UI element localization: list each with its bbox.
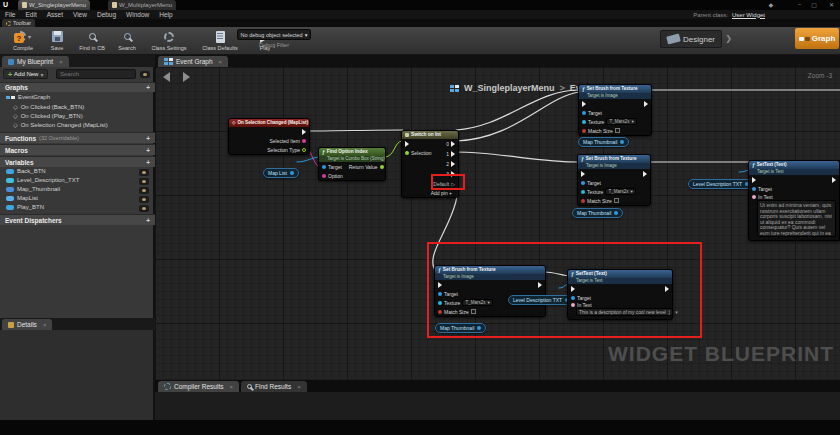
event-graph-tab[interactable]: Event Graph × bbox=[158, 56, 228, 67]
menu-asset[interactable]: Asset bbox=[47, 11, 63, 18]
variable-visibility-toggle[interactable] bbox=[139, 187, 149, 194]
in-text-pin[interactable] bbox=[752, 195, 756, 199]
selection-type-pin[interactable] bbox=[302, 148, 306, 152]
eventgraph-item[interactable]: EventGraph bbox=[6, 94, 50, 100]
menu-window[interactable]: Window bbox=[126, 11, 149, 18]
exec-out-pin[interactable] bbox=[302, 129, 306, 135]
node-find-option-index[interactable]: ƒ Find Option Index Target is Combo Box … bbox=[318, 147, 386, 181]
output-pin[interactable] bbox=[614, 211, 618, 215]
close-icon[interactable]: × bbox=[230, 384, 234, 390]
menu-file[interactable]: File bbox=[5, 11, 15, 18]
search-button[interactable]: Search bbox=[112, 29, 142, 51]
in-text-value[interactable]: Ut enim ad minima veniam, quis nostrum e… bbox=[757, 200, 836, 237]
variables-section-header[interactable]: Variables + bbox=[0, 156, 155, 167]
designer-mode-button[interactable]: Designer bbox=[660, 30, 722, 48]
exec-in-pin[interactable] bbox=[405, 141, 409, 147]
node-get-map-thumbnail-2[interactable]: Map Thumbnail bbox=[572, 208, 623, 218]
exec-out-pin[interactable] bbox=[643, 171, 647, 177]
node-set-brush-from-texture-2[interactable]: ƒ Set Brush from Texture Target is Image… bbox=[577, 154, 651, 206]
graphs-section-header[interactable]: Graphs + bbox=[0, 82, 155, 92]
target-pin[interactable] bbox=[322, 165, 326, 169]
texture-asset-picker[interactable]: T_Mars2x▾ bbox=[605, 188, 635, 195]
toolbar-tab[interactable]: Toolbar bbox=[2, 19, 35, 27]
breadcrumb-root[interactable]: W_SingleplayerMenu bbox=[464, 83, 555, 93]
exec-out-pin[interactable] bbox=[832, 177, 836, 183]
graph-mode-button[interactable]: Graph bbox=[795, 28, 839, 49]
close-button[interactable]: ✕ bbox=[829, 1, 835, 8]
class-settings-button[interactable]: Class Settings bbox=[146, 29, 192, 51]
nav-back-button[interactable] bbox=[163, 72, 170, 82]
match-size-pin[interactable] bbox=[581, 199, 585, 203]
nav-forward-button[interactable] bbox=[183, 72, 190, 82]
output-pin[interactable] bbox=[620, 140, 624, 144]
save-button[interactable]: Save bbox=[44, 29, 70, 51]
menu-edit[interactable]: Edit bbox=[25, 11, 36, 18]
variable-row[interactable]: Map_Thumbnail bbox=[6, 186, 60, 192]
app-tab-multiplayer[interactable]: W_MultiplayerMenu bbox=[108, 0, 176, 10]
event-item-onclicked-play[interactable]: ◇ On Clicked (Play_BTN) bbox=[13, 112, 83, 119]
debug-object-dropdown[interactable]: No debug object selected ▾ bbox=[237, 29, 311, 40]
exec-in-pin[interactable] bbox=[752, 177, 756, 183]
exec-out-1-pin[interactable] bbox=[451, 151, 455, 157]
add-pin-button[interactable]: Add pin + bbox=[431, 190, 452, 196]
texture-asset-picker[interactable]: T_Mars2x▾ bbox=[606, 118, 636, 125]
return-value-pin[interactable] bbox=[380, 165, 384, 169]
target-pin[interactable] bbox=[581, 181, 585, 185]
close-icon[interactable]: × bbox=[43, 322, 47, 328]
find-results-tab[interactable]: Find Results × bbox=[241, 381, 307, 392]
match-size-checkbox[interactable] bbox=[615, 128, 620, 133]
node-set-text-1[interactable]: ƒ SetText (Text) Target is Text Target I… bbox=[748, 160, 840, 241]
compile-button[interactable]: ? ▾ Compile bbox=[4, 29, 42, 51]
app-tab-singleplayer[interactable]: W_SingleplayerMenu bbox=[18, 0, 90, 10]
add-graph-button[interactable]: + bbox=[146, 84, 150, 91]
close-icon[interactable]: × bbox=[219, 59, 223, 65]
find-in-cb-button[interactable]: Find in CB bbox=[74, 29, 110, 51]
variable-row[interactable]: MapList bbox=[6, 195, 38, 201]
event-item-onselectionchanged[interactable]: ◇ On Selection Changed (MapList) bbox=[13, 121, 108, 128]
add-variable-button[interactable]: + bbox=[146, 159, 150, 166]
blueprint-search-input[interactable] bbox=[56, 69, 136, 79]
variable-row[interactable]: Back_BTN bbox=[6, 168, 46, 174]
variable-visibility-toggle[interactable] bbox=[139, 196, 149, 203]
node-get-map-thumbnail-1[interactable]: Map Thumbnail bbox=[578, 137, 629, 147]
option-pin[interactable] bbox=[322, 174, 326, 178]
texture-pin[interactable] bbox=[581, 190, 585, 194]
event-dispatchers-section-header[interactable]: Event Dispatchers + bbox=[0, 214, 155, 225]
node-get-map-list[interactable]: Map List bbox=[263, 168, 299, 178]
variable-row[interactable]: Play_BTN bbox=[6, 204, 44, 210]
parent-class-link[interactable]: User Widget bbox=[732, 12, 765, 18]
exec-out-pin[interactable] bbox=[644, 101, 648, 107]
selection-pin[interactable] bbox=[405, 151, 409, 155]
match-size-pin[interactable] bbox=[582, 129, 586, 133]
functions-section-header[interactable]: Functions (32 Overridable) + bbox=[0, 132, 155, 143]
target-pin[interactable] bbox=[752, 187, 756, 191]
add-macro-button[interactable]: + bbox=[146, 147, 150, 154]
selected-item-pin[interactable] bbox=[302, 139, 306, 143]
my-blueprint-tab[interactable]: My Blueprint × bbox=[2, 56, 69, 67]
maximize-button[interactable]: ▢ bbox=[811, 1, 818, 8]
exec-out-2-pin[interactable] bbox=[451, 161, 455, 167]
menu-help[interactable]: Help bbox=[159, 11, 172, 18]
node-set-brush-from-texture-1[interactable]: ƒ Set Brush from Texture Target is Image… bbox=[578, 84, 652, 136]
details-tab[interactable]: Details × bbox=[2, 319, 52, 330]
output-pin[interactable] bbox=[290, 171, 294, 175]
exec-in-pin[interactable] bbox=[582, 101, 586, 107]
variable-row[interactable]: Level_Description_TXT bbox=[6, 177, 79, 183]
target-pin[interactable] bbox=[582, 111, 586, 115]
macros-section-header[interactable]: Macros + bbox=[0, 144, 155, 155]
add-dispatcher-button[interactable]: + bbox=[146, 217, 150, 224]
close-icon[interactable]: × bbox=[59, 59, 63, 65]
filter-eye-icon[interactable] bbox=[140, 71, 150, 78]
menu-debug[interactable]: Debug bbox=[97, 11, 116, 18]
variable-visibility-toggle[interactable] bbox=[139, 205, 149, 212]
compiler-results-tab[interactable]: Compiler Results × bbox=[158, 381, 239, 392]
add-new-button[interactable]: + Add New ▾ bbox=[3, 69, 48, 79]
menu-view[interactable]: View bbox=[73, 11, 87, 18]
exec-in-pin[interactable] bbox=[581, 171, 585, 177]
node-get-level-description-1[interactable]: Level Description TXT bbox=[688, 179, 754, 189]
event-item-onclicked-back[interactable]: ◇ On Clicked (Back_BTN) bbox=[13, 103, 84, 110]
variable-visibility-toggle[interactable] bbox=[139, 169, 149, 176]
pin-icon[interactable]: ◆ bbox=[768, 1, 774, 8]
exec-out-0-pin[interactable] bbox=[451, 141, 455, 147]
variable-visibility-toggle[interactable] bbox=[139, 178, 149, 185]
